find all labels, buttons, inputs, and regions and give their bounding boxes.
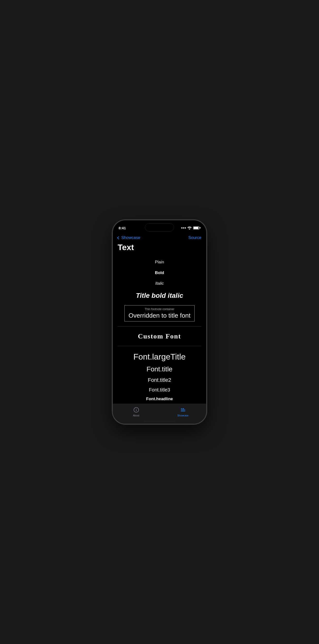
chevron-back-icon (117, 236, 120, 240)
sample-bold: Bold (155, 268, 164, 278)
showcase-tab-label: Showcase (177, 414, 188, 417)
font-large-title: Font.largeTitle (133, 348, 186, 364)
status-time: 8:41 (118, 226, 126, 230)
font-title2: Font.title2 (148, 375, 171, 385)
sample-title-bold-italic: Title bold italic (136, 289, 183, 302)
about-tab-label: About (133, 414, 139, 417)
footnote-label: Thin footnote container (128, 308, 190, 311)
main-content: Showcase Source Text Plain Bold Italic T… (113, 234, 206, 404)
tab-about[interactable]: About (129, 406, 144, 417)
font-headline: Font.headline (146, 395, 173, 403)
custom-font-text: Custom Font (138, 328, 181, 344)
wifi-icon (187, 226, 192, 230)
svg-point-6 (183, 408, 184, 409)
showcase-tab-icon (180, 406, 186, 413)
about-tab-icon (133, 406, 140, 413)
overridden-title: Overridden to title font (128, 312, 190, 319)
tab-bar: About Showcase (113, 404, 206, 424)
battery-icon (193, 226, 200, 230)
back-label: Showcase (121, 235, 140, 240)
font-title3: Font.title3 (149, 385, 170, 395)
signal-icon (181, 227, 186, 228)
divider-1 (118, 326, 201, 326)
phone-screen: 8:41 (113, 220, 206, 424)
sample-italic: Italic (156, 278, 164, 289)
font-title: Font.title (146, 364, 172, 375)
footnote-container: Thin footnote container Overridden to ti… (124, 305, 194, 322)
nav-bar: Showcase Source (113, 234, 206, 241)
dynamic-island (145, 223, 174, 232)
divider-2 (118, 346, 201, 346)
text-samples: Plain Bold Italic Title bold italic Thin… (113, 257, 206, 404)
source-button[interactable]: Source (188, 235, 201, 240)
page-title: Text (113, 241, 206, 257)
sample-plain: Plain (155, 257, 164, 268)
tab-showcase[interactable]: Showcase (176, 406, 190, 417)
source-label: Source (188, 235, 201, 240)
status-icons (181, 226, 200, 230)
back-button[interactable]: Showcase (118, 235, 140, 240)
svg-point-2 (136, 409, 136, 409)
phone-frame: 8:41 (112, 220, 207, 424)
